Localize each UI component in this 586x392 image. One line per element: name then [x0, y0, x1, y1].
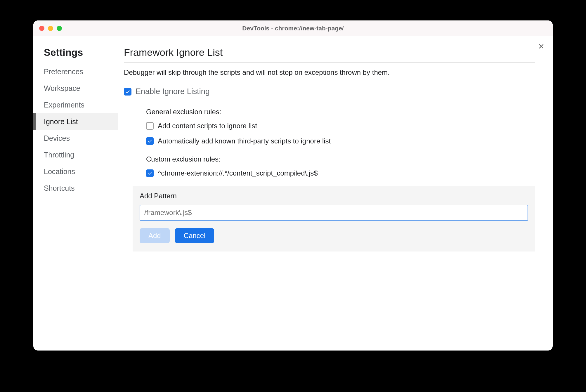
custom-rule-checkbox-0[interactable]	[146, 169, 154, 177]
enable-ignore-listing-checkbox[interactable]	[124, 88, 131, 96]
sidebar-item-experiments[interactable]: Experiments	[33, 97, 118, 113]
titlebar: DevTools - chrome://new-tab-page/	[33, 20, 553, 36]
add-pattern-buttons: Add Cancel	[140, 228, 528, 243]
custom-exclusion-label: Custom exclusion rules:	[146, 155, 535, 163]
maximize-window-button[interactable]	[57, 26, 62, 31]
window-title: DevTools - chrome://new-tab-page/	[242, 25, 344, 32]
content-scripts-row: Add content scripts to ignore list	[146, 122, 535, 130]
sidebar-item-workspace[interactable]: Workspace	[33, 80, 118, 97]
sidebar-item-throttling[interactable]: Throttling	[33, 147, 118, 163]
pattern-input[interactable]	[140, 205, 528, 221]
main-panel: Framework Ignore List Debugger will skip…	[118, 36, 553, 351]
custom-rule-label-0: ^chrome-extension://.*/content_script_co…	[158, 169, 318, 177]
minimize-window-button[interactable]	[48, 26, 53, 31]
checkmark-icon	[147, 138, 152, 144]
add-button[interactable]: Add	[140, 228, 170, 243]
sidebar-item-devices[interactable]: Devices	[33, 130, 118, 147]
sidebar-item-locations[interactable]: Locations	[33, 163, 118, 180]
sidebar-item-shortcuts[interactable]: Shortcuts	[33, 180, 118, 197]
third-party-scripts-row: Automatically add known third-party scri…	[146, 137, 535, 145]
general-exclusion-section: General exclusion rules: Add content scr…	[146, 108, 535, 145]
page-description: Debugger will skip through the scripts a…	[124, 68, 535, 77]
close-window-button[interactable]	[39, 26, 44, 31]
traffic-lights	[39, 26, 62, 31]
cancel-button[interactable]: Cancel	[175, 228, 214, 243]
general-exclusion-label: General exclusion rules:	[146, 108, 535, 116]
sidebar-header: Settings	[33, 47, 118, 63]
sidebar-item-ignore-list[interactable]: Ignore List	[33, 113, 118, 130]
custom-exclusion-section: Custom exclusion rules: ^chrome-extensio…	[146, 155, 535, 177]
checkmark-icon	[125, 89, 130, 94]
page-title: Framework Ignore List	[124, 47, 535, 63]
add-pattern-label: Add Pattern	[140, 192, 528, 200]
content-scripts-label: Add content scripts to ignore list	[158, 122, 257, 130]
close-icon[interactable]: ✕	[538, 42, 545, 51]
third-party-scripts-label: Automatically add known third-party scri…	[158, 137, 331, 145]
content-area: ✕ Settings Preferences Workspace Experim…	[33, 36, 553, 351]
content-scripts-checkbox[interactable]	[146, 122, 154, 130]
custom-rule-row-0: ^chrome-extension://.*/content_script_co…	[146, 169, 535, 177]
devtools-window: DevTools - chrome://new-tab-page/ ✕ Sett…	[33, 20, 553, 351]
enable-ignore-listing-row: Enable Ignore Listing	[124, 87, 535, 96]
enable-ignore-listing-label: Enable Ignore Listing	[136, 87, 210, 96]
settings-sidebar: Settings Preferences Workspace Experimen…	[33, 36, 118, 351]
checkmark-icon	[147, 171, 152, 176]
sidebar-item-preferences[interactable]: Preferences	[33, 63, 118, 80]
third-party-scripts-checkbox[interactable]	[146, 137, 154, 145]
add-pattern-panel: Add Pattern Add Cancel	[133, 186, 535, 251]
